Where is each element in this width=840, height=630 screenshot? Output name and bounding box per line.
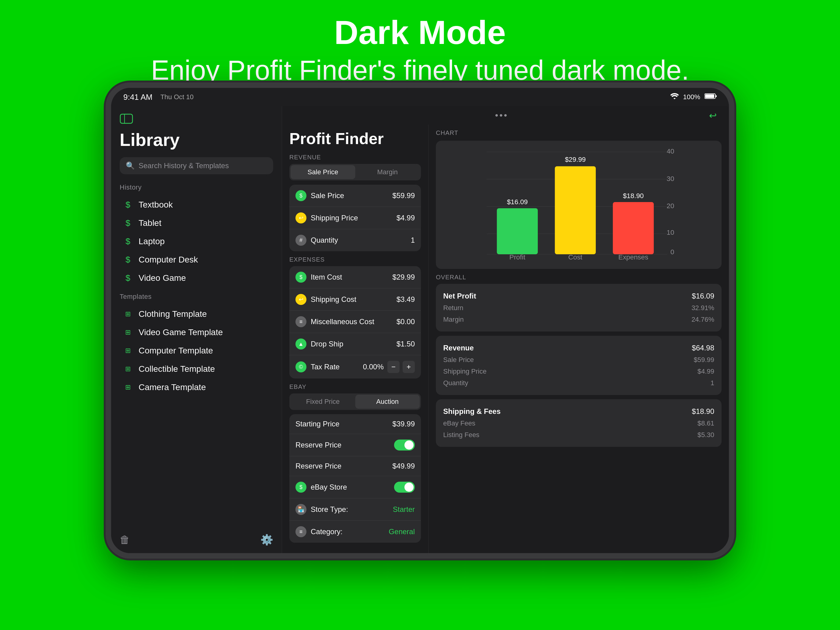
sidebar-bottom: 🗑 ⚙️: [120, 529, 273, 546]
quantity-label: Quantity: [311, 236, 338, 245]
sale-price-label: Sale Price: [311, 191, 344, 200]
video-game-label: Video Game: [139, 273, 186, 283]
laptop-label: Laptop: [139, 237, 165, 246]
revenue-summary-card: Revenue $64.98 Sale Price $59.99 Shippin…: [436, 336, 722, 395]
misc-cost-row[interactable]: ≡ Miscellaneous Cost $0.00: [289, 311, 421, 333]
template-icon-video-game: ⊞: [122, 328, 134, 336]
profit-bar: [497, 208, 538, 254]
ebay-card: Starting Price $39.99 Reserve Price Rese…: [289, 414, 421, 543]
dollar-icon-tablet: $: [122, 218, 134, 228]
margin-tab[interactable]: Margin: [355, 165, 420, 179]
drop-ship-row[interactable]: ▲ Drop Ship $1.50: [289, 333, 421, 355]
ebay-store-row[interactable]: $ eBay Store: [289, 476, 421, 499]
revenue-card: $ Sale Price $59.99 ↩ Shipping Price $4.…: [289, 185, 421, 251]
sidebar-item-tablet[interactable]: $ Tablet: [120, 214, 273, 232]
sidebar-item-computer-desk[interactable]: $ Computer Desk: [120, 251, 273, 269]
sidebar-item-textbook[interactable]: $ Textbook: [120, 196, 273, 214]
template-icon-camera: ⊞: [122, 384, 134, 391]
listing-fees-label: Listing Fees: [443, 431, 480, 439]
sale-price-summary-value: $59.99: [694, 356, 714, 364]
settings-icon[interactable]: ⚙️: [261, 534, 273, 546]
svg-text:Expenses: Expenses: [618, 253, 648, 261]
shipping-cost-row[interactable]: ↩ Shipping Cost $3.49: [289, 289, 421, 311]
sidebar-item-video-game[interactable]: $ Video Game: [120, 269, 273, 287]
ebay-store-toggle[interactable]: [394, 482, 415, 493]
trash-icon[interactable]: 🗑: [120, 534, 130, 546]
sidebar-item-computer-template[interactable]: ⊞ Computer Template: [120, 341, 273, 360]
svg-text:$16.09: $16.09: [507, 198, 528, 206]
misc-cost-value: $0.00: [396, 317, 415, 326]
template-icon-computer: ⊞: [122, 347, 134, 355]
shipping-price-icon: ↩: [295, 212, 306, 223]
store-type-value: Starter: [393, 505, 415, 514]
tax-rate-stepper[interactable]: − +: [387, 361, 415, 373]
library-title: Library: [120, 129, 273, 150]
sidebar-item-video-game-template[interactable]: ⊞ Video Game Template: [120, 323, 273, 341]
reserve-price-toggle-label: Reserve Price: [295, 441, 341, 449]
svg-text:40: 40: [666, 147, 674, 155]
shipping-cost-icon: ↩: [295, 294, 306, 305]
svg-rect-3: [120, 114, 133, 123]
sidebar-item-clothing-template[interactable]: ⊞ Clothing Template: [120, 305, 273, 323]
revenue-summary-value: $64.98: [692, 344, 714, 352]
textbook-label: Textbook: [139, 200, 173, 210]
net-profit-value: $16.09: [692, 292, 714, 300]
drop-ship-value: $1.50: [396, 340, 415, 348]
sidebar: Library 🔍 Search History & Templates His…: [111, 106, 282, 553]
category-label: Category:: [311, 527, 343, 536]
status-date: Thu Oct 10: [160, 93, 194, 101]
ebay-store-label: eBay Store: [311, 483, 347, 491]
ebay-label: EBAY: [289, 384, 421, 390]
overall-net-card: Net Profit $16.09 Return 32.91% Margin 2…: [436, 284, 722, 332]
sidebar-icon-row: [120, 114, 273, 124]
svg-text:0: 0: [671, 248, 674, 256]
auction-tab[interactable]: Auction: [355, 395, 420, 409]
sale-price-summary-label: Sale Price: [443, 356, 474, 364]
category-value: General: [389, 527, 415, 536]
dollar-icon-laptop: $: [122, 237, 134, 246]
sidebar-toggle-icon[interactable]: [120, 114, 133, 124]
sidebar-item-laptop[interactable]: $ Laptop: [120, 232, 273, 251]
category-row[interactable]: ≡ Category: General: [289, 521, 421, 543]
item-cost-icon: $: [295, 272, 306, 283]
shipping-price-row[interactable]: ↩ Shipping Price $4.99: [289, 207, 421, 229]
main-panel: ••• ↩ Profit Finder REVENUE Sale Price M…: [282, 106, 729, 553]
templates-label: Templates: [120, 293, 273, 301]
sidebar-item-camera-template[interactable]: ⊞ Camera Template: [120, 378, 273, 396]
reserve-price-toggle-row[interactable]: Reserve Price: [289, 434, 421, 456]
item-cost-row[interactable]: $ Item Cost $29.99: [289, 266, 421, 289]
page-title: Dark Mode: [0, 12, 840, 52]
fixed-price-tab[interactable]: Fixed Price: [291, 395, 355, 409]
stepper-minus[interactable]: −: [387, 361, 399, 373]
stepper-plus[interactable]: +: [403, 361, 415, 373]
chart-label: CHART: [436, 129, 722, 136]
main-header: ••• ↩: [282, 106, 729, 125]
sidebar-item-collectible-template[interactable]: ⊞ Collectible Template: [120, 360, 273, 378]
sale-price-row[interactable]: $ Sale Price $59.99: [289, 185, 421, 207]
shipping-price-summary-row: Shipping Price $4.99: [443, 366, 714, 377]
starting-price-row[interactable]: Starting Price $39.99: [289, 414, 421, 434]
more-options-icon[interactable]: •••: [495, 110, 508, 120]
template-icon-collectible: ⊞: [122, 365, 134, 373]
net-profit-row: Net Profit $16.09: [443, 290, 714, 302]
shipping-fees-value: $18.90: [692, 407, 714, 416]
back-icon[interactable]: ↩: [709, 110, 717, 121]
tax-rate-label: Tax Rate: [311, 363, 340, 371]
store-type-label: Store Type:: [311, 505, 348, 514]
return-row: Return 32.91%: [443, 302, 714, 314]
shipping-price-value: $4.99: [396, 214, 415, 222]
reserve-price-value-row[interactable]: Reserve Price $49.99: [289, 456, 421, 476]
ebay-segment-control[interactable]: Fixed Price Auction: [289, 393, 421, 410]
tax-rate-row[interactable]: © Tax Rate 0.00% − +: [289, 355, 421, 379]
store-type-row[interactable]: 🏪 Store Type: Starter: [289, 499, 421, 521]
revenue-segment-control[interactable]: Sale Price Margin: [289, 164, 421, 180]
reserve-price-toggle[interactable]: [394, 439, 415, 450]
listing-fees-row: Listing Fees $5.30: [443, 429, 714, 441]
search-bar[interactable]: 🔍 Search History & Templates: [120, 157, 273, 174]
shipping-cost-value: $3.49: [396, 295, 415, 304]
starting-price-label: Starting Price: [295, 420, 339, 428]
sale-price-tab[interactable]: Sale Price: [291, 165, 355, 179]
shipping-fees-label: Shipping & Fees: [443, 407, 501, 416]
starting-price-value: $39.99: [393, 420, 415, 428]
quantity-row[interactable]: # Quantity 1: [289, 229, 421, 251]
